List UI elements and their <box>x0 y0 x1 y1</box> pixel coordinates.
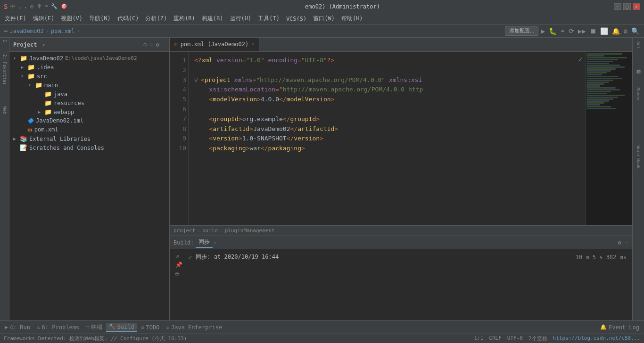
right-strip-maven[interactable]: Maven <box>635 86 642 102</box>
folder-icon-idea: 📁 <box>27 64 35 71</box>
nav-back-icon[interactable]: ⬅ <box>4 27 8 35</box>
minimap-bar-23 <box>586 97 618 98</box>
tree-item-pom[interactable]: m pom.xml <box>9 125 169 134</box>
tab-pom-close[interactable]: ✕ <box>251 41 254 47</box>
profile-icon[interactable]: 🔔 <box>611 26 621 36</box>
tool-event-log[interactable]: 🔔 Event Log <box>597 323 642 332</box>
tree-item-src[interactable]: ▾ 📁 src <box>9 72 169 81</box>
minimap-bar-19 <box>586 89 620 90</box>
problems-tool-label: 6: Problems <box>42 324 79 331</box>
status-charset[interactable]: UTF-8 <box>507 335 523 342</box>
frame-icon[interactable]: ⬜ <box>599 26 609 36</box>
breadcrumb-b2[interactable]: build <box>202 228 218 234</box>
tree-label-main: main <box>44 82 58 89</box>
tree-item-main[interactable]: ▾ 📁 main <box>9 81 169 90</box>
tool-todo[interactable]: ☑ TODO <box>138 323 163 332</box>
tree-label-idea: .idea <box>37 64 54 71</box>
more-icon[interactable]: ⟳ <box>568 26 575 36</box>
build-filter-icon[interactable]: ◎ <box>175 270 182 277</box>
sidebar-strip-web[interactable]: Web <box>2 106 7 114</box>
maximize-button[interactable]: □ <box>623 3 631 10</box>
build-settings-icon[interactable]: ⚙ <box>618 239 621 246</box>
tree-arrow-src: ▾ <box>21 74 26 79</box>
breadcrumb-b1[interactable]: project <box>173 228 195 234</box>
right-strip-ant[interactable]: Ant <box>635 40 642 51</box>
menu-edit[interactable]: 编辑(E) <box>30 14 58 24</box>
settings-gear-icon[interactable]: ⚙ <box>156 41 159 48</box>
project-dropdown-icon[interactable]: ▾ <box>42 42 45 48</box>
minimap-bar-1 <box>586 55 604 57</box>
event-log-label: Event Log <box>609 324 639 331</box>
tool-problems[interactable]: ⚠ 6: Problems <box>34 323 82 332</box>
status-position[interactable]: 1:1 <box>474 335 483 342</box>
folder-icon-java: 📁 <box>44 90 52 98</box>
build-tab-close[interactable]: ✕ <box>214 240 216 245</box>
minimap-bar-11 <box>586 74 602 75</box>
status-crlf[interactable]: CRLF <box>489 335 502 342</box>
tree-item-resources[interactable]: 📁 resources <box>9 98 169 107</box>
coverage-icon[interactable]: ☂ <box>560 26 565 36</box>
status-spaces[interactable]: 2个空格 <box>528 335 547 342</box>
breadcrumb-project[interactable]: JavaDemo02 <box>9 28 43 34</box>
menu-window[interactable]: 窗口(W) <box>310 14 338 24</box>
breadcrumb-b3[interactable]: pluginManagement <box>225 228 275 234</box>
sidebar-strip-favorites[interactable]: 2: Favorites <box>2 54 7 85</box>
menu-help[interactable]: 帮助(H) <box>339 14 366 24</box>
stop-icon[interactable]: ⏹ <box>589 26 597 36</box>
right-strip-wordbook[interactable]: Word Book <box>635 144 642 171</box>
tree-item-extlib[interactable]: ▶ 📚 External Libraries <box>9 134 169 143</box>
menu-refactor[interactable]: 重构(R) <box>171 14 198 24</box>
menu-navigate[interactable]: 导航(N) <box>86 14 114 24</box>
close-panel-icon[interactable]: – <box>162 41 165 48</box>
collapse-icon[interactable]: ≡ <box>149 41 153 48</box>
minimap-bar-0 <box>586 53 622 55</box>
search-icon[interactable]: 🔍 <box>630 26 640 36</box>
menu-build[interactable]: 构建(B) <box>199 14 226 24</box>
build-rerun-icon[interactable]: ↺ <box>175 253 182 260</box>
tree-item-java[interactable]: 📁 java <box>9 90 169 98</box>
line-num-8: 8 <box>172 124 186 134</box>
code-content[interactable]: <?xml version="1.0" encoding="UTF-8"?> ▽… <box>189 52 585 225</box>
add-config-button[interactable]: 添加配置... <box>505 26 538 36</box>
tool-build[interactable]: 🔨 Build <box>106 323 137 332</box>
tree-item-idea[interactable]: ▶ 📁 .idea <box>9 63 169 72</box>
editor-tab-pom[interactable]: m pom.xml (JavaDemo02) ✕ <box>170 38 259 51</box>
status-message: Frameworks Detected: 检测到Web框架. // Config… <box>4 335 187 342</box>
minimap-bar-17 <box>586 85 600 87</box>
build-pin-icon[interactable]: 📌 <box>175 261 182 268</box>
sidebar-strip-1[interactable]: 1 <box>2 40 7 42</box>
tree-item-scratches[interactable]: 📝 Scratches and Consoles <box>9 143 169 152</box>
breadcrumb-file[interactable]: pom.xml <box>51 28 75 34</box>
minimize-button[interactable]: – <box>614 3 621 10</box>
tree-item-javademo02[interactable]: ▾ 📁 JavaDemo02 E:\code\java\JavaDemo02 <box>9 54 169 63</box>
run2-icon[interactable]: ▶▶ <box>577 26 587 36</box>
build-result: ✓ 同步: at 2020/10/19 16:44 10 m 5 s 382 m… <box>188 253 627 317</box>
run-icon[interactable]: ▶ <box>540 26 546 36</box>
close-button[interactable]: ✕ <box>633 3 640 10</box>
debug-icon[interactable]: 🐛 <box>548 26 558 36</box>
breadcrumb-sep1: › <box>197 228 200 234</box>
right-strip-structure[interactable]: 结构 <box>635 64 643 68</box>
tree-item-webapp[interactable]: ▶ 📁 webapp <box>9 107 169 116</box>
tree-item-iml[interactable]: 🔷 JavaDemo02.iml <box>9 116 169 125</box>
menu-tools[interactable]: 工具(T) <box>255 14 282 24</box>
build-close-icon[interactable]: – <box>625 239 628 246</box>
menu-run[interactable]: 运行(U) <box>227 14 255 24</box>
tree-label-webapp: webapp <box>54 109 74 115</box>
menu-view[interactable]: 视图(V) <box>58 14 85 24</box>
settings-icon[interactable]: ⚙ <box>623 26 628 36</box>
status-right: 1:1 CRLF UTF-8 2个空格 https://blog.csdn.ne… <box>474 335 640 342</box>
tool-terminal[interactable]: □ 终端 <box>83 322 105 332</box>
window-title: emo02) (Administrator) <box>71 3 614 10</box>
menu-analyze[interactable]: 分析(Z) <box>142 14 170 24</box>
code-line-7: <groupId>org.example</groupId> <box>194 114 579 124</box>
menu-vcs[interactable]: VCS(S) <box>283 15 309 23</box>
menu-file[interactable]: 文件(F) <box>2 14 29 24</box>
menu-code[interactable]: 代码(C) <box>115 14 142 24</box>
status-link[interactable]: https://blog.csdn.net/c58... <box>553 335 640 342</box>
line-num-10: 10 <box>172 144 186 154</box>
tool-java-enterprise[interactable]: ☕ Java Enterprise <box>163 323 225 332</box>
tool-run[interactable]: ▶ 4: Run <box>2 323 33 332</box>
locate-icon[interactable]: ⊕ <box>143 41 147 48</box>
build-tab-sync[interactable]: 同步 <box>196 237 213 248</box>
